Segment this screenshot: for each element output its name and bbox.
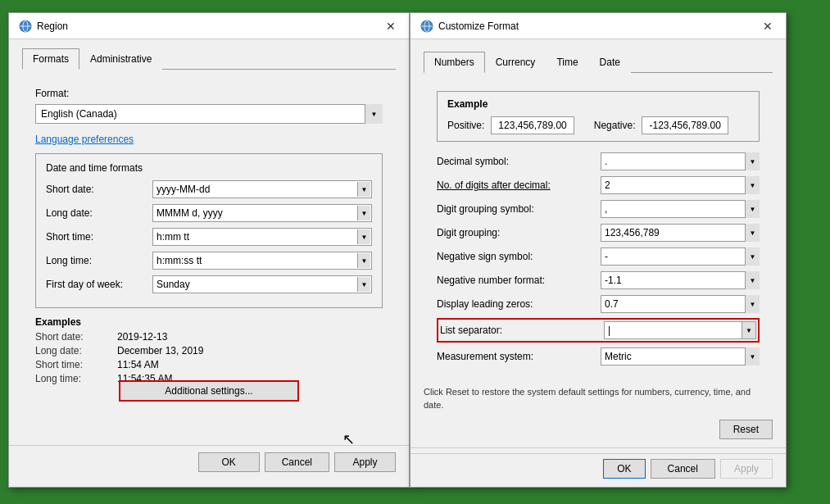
customize-icon xyxy=(420,20,433,33)
short-date-row: Short date: yyyy-MM-dd ▼ xyxy=(46,180,372,198)
region-icon xyxy=(19,20,32,33)
digit-grouping-symbol-label: Digit grouping symbol: xyxy=(437,203,601,215)
measurement-system-select[interactable]: Metric xyxy=(601,347,760,366)
customize-content-wrapper: Numbers Currency Time Date Example Posit… xyxy=(410,39,786,477)
measurement-system-wrapper: Metric ▼ xyxy=(601,347,760,366)
tab-formats[interactable]: Formats xyxy=(22,48,79,70)
customize-bottom: Click Reset to restore the system defaul… xyxy=(410,378,786,487)
region-button-row: OK Cancel Apply xyxy=(9,445,409,479)
negative-number-format-label: Negative number format: xyxy=(437,275,601,286)
negative-number-format-select[interactable]: -1.1 xyxy=(601,271,760,289)
digits-after-decimal-label: No. of digits after decimal: xyxy=(437,179,601,191)
examples-title: Examples xyxy=(35,316,383,328)
list-separator-label: List separator: xyxy=(440,325,604,336)
example-short-date-key: Short date: xyxy=(35,331,117,343)
customize-close-button[interactable]: ✕ xyxy=(760,18,776,34)
region-apply-button[interactable]: Apply xyxy=(334,452,396,472)
decimal-symbol-row: Decimal symbol: . ▼ xyxy=(437,152,760,171)
titlebar-left: Region xyxy=(19,20,68,33)
customize-titlebar: Customize Format ✕ xyxy=(410,13,786,39)
long-time-select[interactable]: h:mm:ss tt xyxy=(152,252,372,270)
tab-currency[interactable]: Currency xyxy=(485,52,547,73)
customize-ok-button[interactable]: OK xyxy=(603,459,645,479)
short-time-select[interactable]: h:mm tt xyxy=(152,228,372,246)
digit-grouping-wrapper: 123,456,789 ▼ xyxy=(601,224,760,242)
digit-grouping-symbol-wrapper: , ▼ xyxy=(601,200,760,218)
customize-dialog: Customize Format ✕ Numbers Currency Time… xyxy=(410,12,787,488)
example-box: Example Positive: 123,456,789.00 Negativ… xyxy=(437,91,760,142)
reset-text: Click Reset to restore the system defaul… xyxy=(410,378,786,416)
negative-sign-wrapper: - ▼ xyxy=(601,247,760,266)
example-short-time-val: 11:54 AM xyxy=(117,359,159,370)
first-day-label: First day of week: xyxy=(46,279,152,290)
example-long-time-key: Long time: xyxy=(35,373,117,384)
customize-titlebar-left: Customize Format xyxy=(420,20,519,33)
first-day-select[interactable]: Sunday xyxy=(152,275,372,293)
region-title: Region xyxy=(37,20,68,32)
customize-tab-bar: Numbers Currency Time Date xyxy=(424,51,773,73)
reset-button[interactable]: Reset xyxy=(719,420,773,439)
negative-number-format-row: Negative number format: -1.1 ▼ xyxy=(437,270,760,290)
example-pos-neg: Positive: 123,456,789.00 Negative: -123,… xyxy=(447,116,749,134)
digits-after-decimal-row: No. of digits after decimal: 2 ▼ xyxy=(437,175,760,195)
first-day-select-wrapper: Sunday ▼ xyxy=(152,275,372,293)
format-label: Format: xyxy=(35,88,383,99)
negative-number-format-wrapper: -1.1 ▼ xyxy=(601,271,760,289)
display-leading-zeros-row: Display leading zeros: 0.7 ▼ xyxy=(437,294,760,314)
positive-label: Positive: xyxy=(447,120,484,131)
region-dialog: Region ✕ Formats Administrative Format: … xyxy=(8,12,410,488)
long-date-row: Long date: MMMM d, yyyy ▼ xyxy=(46,204,372,222)
list-separator-row: List separator: ▼ xyxy=(437,318,760,343)
format-select[interactable]: English (Canada) xyxy=(35,104,383,124)
language-preferences-link[interactable]: Language preferences xyxy=(35,134,134,145)
negative-sign-row: Negative sign symbol: - ▼ xyxy=(437,247,760,266)
example-long-date-val: December 13, 2019 xyxy=(117,345,203,356)
tab-numbers[interactable]: Numbers xyxy=(424,52,485,73)
digit-grouping-symbol-select[interactable]: , xyxy=(601,200,760,218)
example-box-title: Example xyxy=(447,98,749,110)
list-separator-dropdown-button[interactable]: ▼ xyxy=(742,321,756,339)
date-time-group-title: Date and time formats xyxy=(46,162,372,174)
customize-cancel-button[interactable]: Cancel xyxy=(651,459,715,479)
region-cancel-button[interactable]: Cancel xyxy=(265,452,329,472)
display-leading-zeros-label: Display leading zeros: xyxy=(437,298,601,310)
digits-after-decimal-select[interactable]: 2 xyxy=(601,176,760,194)
region-ok-button[interactable]: OK xyxy=(198,452,260,472)
digit-grouping-select[interactable]: 123,456,789 xyxy=(601,224,760,242)
decimal-symbol-select[interactable]: . xyxy=(601,152,760,170)
measurement-system-label: Measurement system: xyxy=(437,351,601,362)
example-short-time: Short time: 11:54 AM xyxy=(35,359,383,370)
examples-section: Examples Short date: 2019-12-13 Long dat… xyxy=(35,316,383,384)
example-short-date-val: 2019-12-13 xyxy=(117,331,167,343)
long-date-select-wrapper: MMMM d, yyyy ▼ xyxy=(152,204,372,222)
example-short-date: Short date: 2019-12-13 xyxy=(35,331,383,343)
decimal-symbol-label: Decimal symbol: xyxy=(437,156,601,167)
positive-value: 123,456,789.00 xyxy=(491,116,574,134)
tab-time[interactable]: Time xyxy=(546,52,588,73)
digit-grouping-row: Digit grouping: 123,456,789 ▼ xyxy=(437,223,760,243)
negative-label: Negative: xyxy=(594,120,636,131)
tab-date[interactable]: Date xyxy=(589,52,631,73)
decimal-symbol-wrapper: . ▼ xyxy=(601,152,760,170)
display-leading-zeros-select[interactable]: 0.7 xyxy=(601,295,760,313)
long-date-select[interactable]: MMMM d, yyyy xyxy=(152,204,372,222)
negative-sign-select[interactable]: - xyxy=(601,247,760,266)
long-time-label: Long time: xyxy=(46,255,152,266)
tab-administrative[interactable]: Administrative xyxy=(79,48,162,70)
digits-after-decimal-wrapper: 2 ▼ xyxy=(601,176,760,194)
customize-apply-button: Apply xyxy=(720,459,773,479)
date-time-group: Date and time formats Short date: yyyy-M… xyxy=(35,153,383,308)
negative-value: -123,456,789.00 xyxy=(642,116,728,134)
short-date-select[interactable]: yyyy-MM-dd xyxy=(152,180,372,198)
display-leading-zeros-wrapper: 0.7 ▼ xyxy=(601,295,760,313)
list-separator-input[interactable] xyxy=(604,321,742,339)
first-day-row: First day of week: Sunday ▼ xyxy=(46,275,372,293)
long-time-select-wrapper: h:mm:ss tt ▼ xyxy=(152,252,372,270)
additional-settings-button[interactable]: Additional settings... xyxy=(119,380,299,402)
example-short-time-key: Short time: xyxy=(35,359,117,370)
long-time-row: Long time: h:mm:ss tt ▼ xyxy=(46,252,372,270)
short-time-select-wrapper: h:mm tt ▼ xyxy=(152,228,372,246)
digit-grouping-label: Digit grouping: xyxy=(437,227,601,238)
region-close-button[interactable]: ✕ xyxy=(383,18,399,34)
measurement-system-row: Measurement system: Metric ▼ xyxy=(437,347,760,366)
